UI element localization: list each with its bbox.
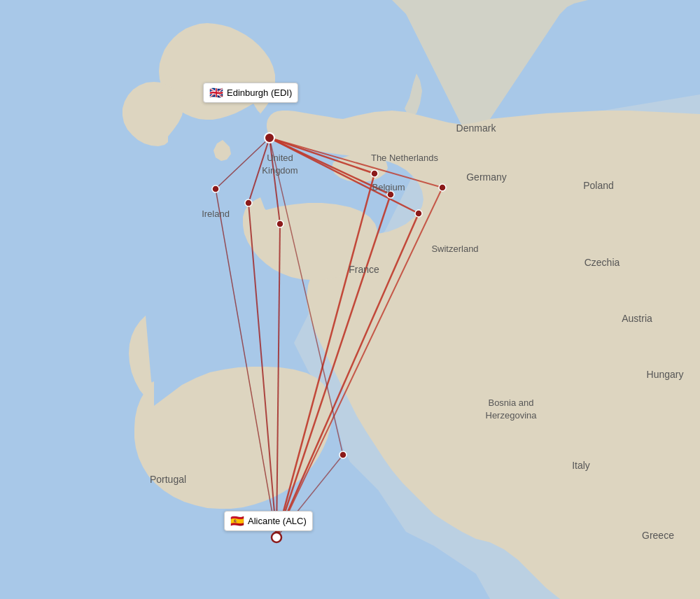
svg-point-19 bbox=[276, 220, 284, 227]
svg-text:Belgium: Belgium bbox=[372, 182, 405, 192]
svg-text:Poland: Poland bbox=[583, 180, 614, 191]
alicante-label-text: Alicante (ALC) bbox=[248, 516, 307, 526]
svg-text:The Netherlands: The Netherlands bbox=[371, 153, 439, 163]
svg-text:France: France bbox=[349, 264, 379, 275]
svg-text:Austria: Austria bbox=[622, 313, 652, 324]
svg-text:Ireland: Ireland bbox=[202, 209, 230, 219]
svg-text:Czechia: Czechia bbox=[584, 257, 620, 268]
svg-point-23 bbox=[439, 184, 446, 191]
svg-text:Switzerland: Switzerland bbox=[431, 244, 478, 254]
svg-text:Hungary: Hungary bbox=[647, 369, 684, 380]
map-container: Ireland United Kingdom The Netherlands D… bbox=[0, 0, 700, 599]
svg-point-26 bbox=[272, 533, 281, 542]
svg-text:United: United bbox=[267, 153, 293, 163]
svg-text:Germany: Germany bbox=[466, 171, 507, 183]
svg-point-22 bbox=[415, 210, 422, 217]
svg-text:Bosnia and: Bosnia and bbox=[488, 397, 533, 408]
svg-text:Kingdom: Kingdom bbox=[262, 165, 298, 176]
svg-point-20 bbox=[371, 170, 378, 177]
svg-text:Herzegovina: Herzegovina bbox=[486, 410, 538, 421]
uk-flag-icon: 🇬🇧 bbox=[209, 86, 223, 99]
svg-point-18 bbox=[245, 199, 252, 206]
svg-point-25 bbox=[265, 133, 274, 143]
svg-text:Denmark: Denmark bbox=[456, 122, 497, 134]
alicante-label: 🇪🇸 Alicante (ALC) bbox=[224, 511, 313, 531]
spain-flag-icon: 🇪🇸 bbox=[230, 514, 244, 528]
edinburgh-label-text: Edinburgh (EDI) bbox=[227, 87, 292, 98]
svg-text:Portugal: Portugal bbox=[150, 474, 186, 485]
map-svg: Ireland United Kingdom The Netherlands D… bbox=[0, 0, 700, 599]
svg-point-24 bbox=[340, 451, 346, 458]
edinburgh-label: 🇬🇧 Edinburgh (EDI) bbox=[203, 83, 298, 103]
svg-text:Greece: Greece bbox=[642, 530, 674, 541]
svg-text:Italy: Italy bbox=[572, 460, 590, 471]
svg-point-17 bbox=[212, 185, 219, 192]
